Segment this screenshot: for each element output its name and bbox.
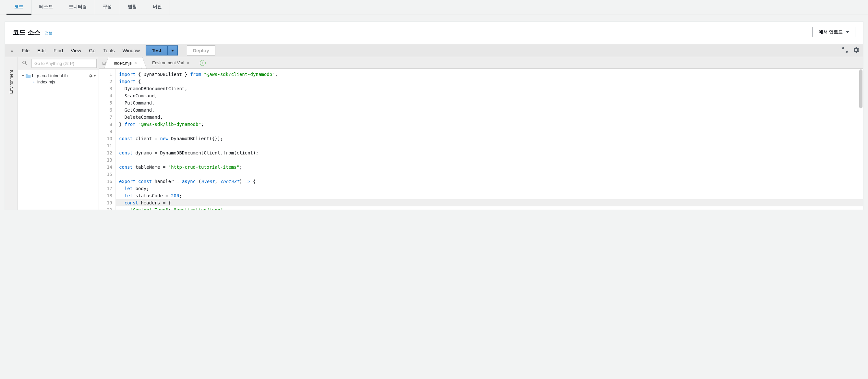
collapse-toolbar-icon[interactable]: ▲ — [8, 48, 16, 53]
menu-file[interactable]: File — [21, 47, 30, 55]
tree-file-index[interactable]: ⬨ index.mjs — [19, 79, 97, 85]
test-button-group: Test — [146, 46, 178, 56]
editor-area: ⊟index.mjs×Environment Vari×+ 1234567891… — [99, 57, 863, 210]
top-tab-1[interactable]: 테스트 — [31, 0, 61, 14]
tree-folder-label: http-crud-tutorial-fu — [32, 73, 68, 78]
svg-point-0 — [23, 61, 26, 64]
code-line: ScanCommand, — [118, 92, 863, 99]
code-line: "Content-Type": "application/json", — [118, 206, 863, 210]
tree-file-label: index.mjs — [37, 80, 55, 84]
code-editor[interactable]: 1234567891011121314151617181920212223 im… — [99, 69, 863, 210]
upload-from-label: 에서 업로드 — [819, 29, 843, 35]
top-tab-4[interactable]: 별칭 — [120, 0, 145, 14]
code-source-panel: 코드 소스 정보 에서 업로드 ▲ FileEditFindViewGoTool… — [4, 22, 864, 210]
file-tab-1[interactable]: Environment Vari× — [148, 57, 194, 68]
code-line: let body; — [118, 185, 863, 192]
fullscreen-icon[interactable] — [842, 47, 848, 54]
folder-expand-icon — [22, 75, 24, 77]
code-line: let statusCode = 200; — [118, 192, 863, 199]
code-line: } from "@aws-sdk/lib-dynamodb"; — [118, 121, 863, 128]
code-lines: import { DynamoDBClient } from "@aws-sdk… — [116, 69, 863, 210]
menu-tools[interactable]: Tools — [102, 47, 115, 55]
search-icon[interactable] — [20, 60, 30, 67]
code-line: import { — [118, 78, 863, 85]
file-tab-label: Environment Vari — [152, 60, 184, 65]
environment-rail-label: Environment — [9, 70, 13, 94]
svg-line-1 — [25, 64, 27, 65]
scrollbar-thumb[interactable] — [859, 69, 863, 108]
panel-header: 코드 소스 정보 에서 업로드 — [5, 22, 863, 44]
sidebar-search-row — [18, 57, 99, 70]
goto-anything-input[interactable] — [31, 59, 97, 68]
file-sidebar: http-crud-tutorial-fu ⬨ index.mjs — [18, 57, 99, 210]
code-line — [118, 156, 863, 164]
code-line — [118, 128, 863, 135]
close-icon[interactable]: × — [134, 60, 137, 65]
file-tab-0[interactable]: index.mjs× — [109, 57, 142, 68]
add-tab-button[interactable]: + — [200, 60, 206, 66]
top-tab-5[interactable]: 버전 — [145, 0, 170, 14]
top-tab-2[interactable]: 모니터링 — [61, 0, 95, 14]
file-tabs: ⊟index.mjs×Environment Vari×+ — [99, 57, 863, 69]
panel-title: 코드 소스 — [13, 29, 40, 36]
tree-folder-gear[interactable] — [89, 74, 96, 78]
code-line: const tableName = "http-crud-tutorial-it… — [118, 164, 863, 171]
code-line: DeleteCommand, — [118, 114, 863, 121]
file-tab-label: index.mjs — [114, 61, 132, 65]
scrollbar-track[interactable] — [859, 69, 863, 210]
close-icon[interactable]: × — [187, 60, 189, 65]
ide-body: Environment http-crud-tutorial-fu — [5, 57, 863, 210]
js-file-icon: ⬨ — [31, 80, 36, 84]
folder-icon — [26, 74, 31, 78]
code-line: const dynamo = DynamoDBDocumentClient.fr… — [118, 149, 863, 156]
settings-gear-icon[interactable] — [852, 46, 860, 55]
test-dropdown-button[interactable] — [168, 46, 178, 56]
upload-from-button[interactable]: 에서 업로드 — [812, 27, 855, 37]
code-line: import { DynamoDBClient } from "@aws-sdk… — [118, 71, 863, 78]
menu-find[interactable]: Find — [53, 47, 64, 55]
code-line — [118, 171, 863, 178]
code-line: DynamoDBDocumentClient, — [118, 85, 863, 92]
test-button[interactable]: Test — [146, 46, 168, 56]
code-line — [118, 142, 863, 149]
top-tab-0[interactable]: 코드 — [6, 0, 31, 14]
caret-down-icon — [846, 31, 849, 33]
tree-folder-root[interactable]: http-crud-tutorial-fu — [19, 73, 97, 79]
line-gutter: 1234567891011121314151617181920212223 — [99, 69, 116, 210]
environment-rail[interactable]: Environment — [5, 57, 18, 210]
file-tree: http-crud-tutorial-fu ⬨ index.mjs — [18, 70, 99, 88]
code-line: GetCommand, — [118, 107, 863, 114]
menu-window[interactable]: Window — [122, 47, 140, 55]
code-line: PutCommand, — [118, 99, 863, 107]
editor-toolbar: ▲ FileEditFindViewGoToolsWindow Test Dep… — [5, 44, 863, 57]
menu-go[interactable]: Go — [88, 47, 96, 55]
code-line: const headers = { — [116, 199, 863, 206]
menu-edit[interactable]: Edit — [37, 47, 46, 55]
top-tabs: 코드테스트모니터링구성별칭버전 — [0, 0, 868, 15]
code-line: export const handler = async (event, con… — [118, 178, 863, 185]
deploy-button[interactable]: Deploy — [187, 46, 215, 56]
menu-view[interactable]: View — [70, 47, 82, 55]
code-line: const client = new DynamoDBClient({}); — [118, 135, 863, 142]
info-link[interactable]: 정보 — [45, 31, 53, 35]
top-tab-3[interactable]: 구성 — [95, 0, 120, 14]
